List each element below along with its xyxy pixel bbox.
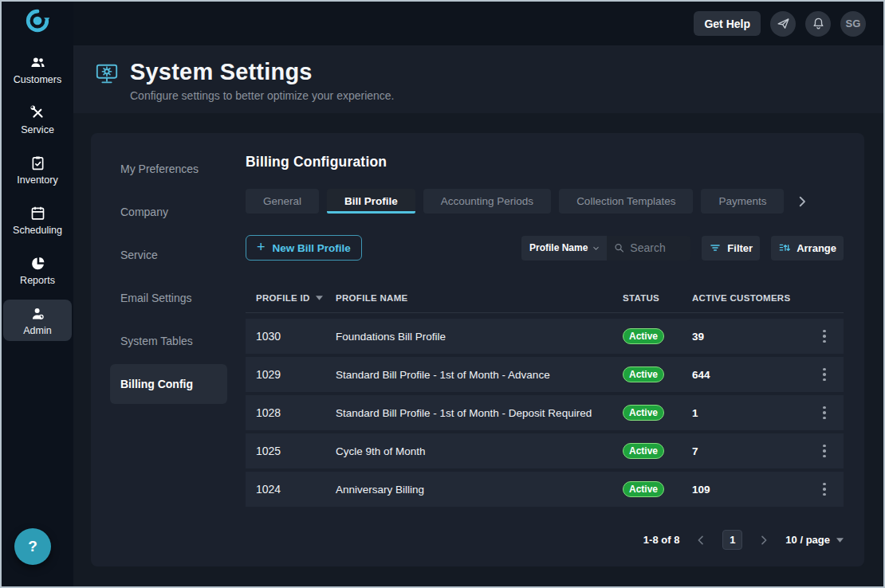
settings-nav-item[interactable]: My Preferences [110, 149, 227, 189]
sidebar-item[interactable]: Reports [3, 249, 72, 291]
status-badge: Active [623, 367, 664, 382]
row-menu-button[interactable] [815, 327, 834, 346]
sidebar-item[interactable]: Admin [3, 300, 72, 341]
settings-nav-item[interactable]: Company [110, 192, 227, 232]
search-by-select[interactable]: Profile Name [521, 236, 607, 261]
row-menu-button[interactable] [815, 365, 834, 384]
cell-profile-id: 1025 [256, 445, 336, 457]
cell-actions [805, 480, 844, 499]
cell-active-customers: 39 [692, 331, 805, 343]
arrange-button[interactable]: Arrange [771, 236, 844, 261]
sidebar-item-label: Reports [20, 275, 55, 286]
sidebar-item[interactable]: Scheduling [3, 199, 72, 241]
settings-nav-item[interactable]: System Tables [110, 321, 227, 361]
status-badge: Active [623, 443, 664, 459]
plus-icon: + [257, 240, 266, 254]
sidebar-item-icon [30, 155, 46, 171]
sidebar-item-icon [30, 305, 46, 322]
new-bill-profile-button[interactable]: + New Bill Profile [246, 235, 362, 261]
cell-profile-name: Standard Bill Profile - 1st of Month - A… [336, 369, 623, 381]
sidebar-item-label: Scheduling [13, 225, 62, 236]
avatar[interactable]: SG [840, 11, 866, 37]
search-input[interactable] [630, 241, 684, 254]
table-row[interactable]: 1028 Standard Bill Profile - 1st of Mont… [246, 395, 844, 430]
cell-status: Active [623, 481, 692, 497]
settings-nav: My Preferences Company Service Email Set… [91, 133, 246, 566]
sidebar-item-label: Admin [23, 325, 51, 336]
filter-button[interactable]: Filter [702, 236, 760, 261]
tab[interactable]: Bill Profile [327, 189, 415, 214]
table-row[interactable]: 1030 Foundations Bill Profile Active 39 [246, 319, 844, 354]
table-row[interactable]: 1024 Anniversary Billing Active 109 [246, 472, 844, 507]
column-status: STATUS [623, 293, 692, 303]
app-window: Customers Service Inventory Scheduling [2, 2, 883, 586]
bell-icon [811, 16, 826, 31]
column-profile-id[interactable]: PROFILE ID [256, 293, 336, 303]
content-area: My Preferences Company Service Email Set… [73, 113, 883, 586]
status-badge: Active [623, 481, 664, 497]
cell-profile-id: 1030 [256, 330, 336, 343]
chevron-left-icon [694, 534, 707, 547]
cell-active-customers: 7 [692, 445, 805, 457]
row-menu-button[interactable] [815, 441, 834, 461]
settings-panel: My Preferences Company Service Email Set… [91, 133, 864, 566]
cell-profile-id: 1028 [256, 406, 336, 419]
page-title: System Settings [130, 60, 395, 85]
row-menu-button[interactable] [815, 403, 834, 422]
send-button[interactable] [770, 11, 796, 37]
next-page-button[interactable] [757, 534, 770, 547]
settings-nav-item[interactable]: Service [110, 235, 227, 275]
tab[interactable]: General [246, 189, 319, 214]
cell-profile-name: Standard Bill Profile - 1st of Month - D… [336, 407, 623, 419]
sidebar-item-label: Service [21, 124, 54, 135]
cell-profile-id: 1024 [256, 483, 336, 496]
notifications-button[interactable] [805, 11, 831, 37]
tabs-scroll-right-button[interactable] [795, 194, 809, 209]
topbar: Get Help SG [73, 2, 883, 45]
status-badge: Active [623, 405, 664, 421]
tab[interactable]: Accounting Periods [423, 189, 551, 214]
table-row[interactable]: 1029 Standard Bill Profile - 1st of Mont… [246, 357, 844, 392]
table-header: PROFILE ID PROFILE NAME STATUS ACTIVE CU… [246, 283, 844, 313]
page-header: System Settings Configure settings to be… [73, 45, 883, 113]
settings-nav-item[interactable]: Email Settings [110, 278, 227, 318]
cell-active-customers: 109 [692, 484, 805, 496]
sidebar-item-icon [30, 54, 46, 71]
current-page-button[interactable]: 1 [722, 530, 742, 550]
caret-down-icon [836, 538, 844, 543]
per-page-select[interactable]: 10 / page [785, 534, 844, 546]
settings-nav-item[interactable]: Billing Config [110, 364, 227, 404]
cell-actions [805, 403, 844, 422]
table-row[interactable]: 1025 Cycle 9th of Month Active 7 [246, 433, 844, 468]
get-help-button[interactable]: Get Help [694, 11, 761, 36]
sidebar-item-icon [30, 255, 46, 272]
pagination-range: 1-8 of 8 [643, 534, 680, 546]
arrange-icon [778, 241, 791, 254]
prev-page-button[interactable] [694, 534, 707, 547]
status-badge: Active [623, 328, 664, 344]
toolbar: + New Bill Profile Profile Name [246, 235, 844, 261]
row-menu-button[interactable] [815, 480, 834, 499]
cell-actions [805, 441, 844, 461]
billing-configuration-section: Billing Configuration General Bill Profi… [246, 133, 864, 566]
tab[interactable]: Collection Templates [559, 189, 693, 214]
cell-actions [805, 365, 844, 384]
sidebar-item[interactable]: Service [3, 99, 72, 140]
column-active-customers: ACTIVE CUSTOMERS [692, 293, 805, 303]
chevron-down-icon [592, 244, 600, 253]
cell-active-customers: 1 [692, 407, 805, 419]
filter-icon [709, 241, 722, 254]
help-fab-button[interactable]: ? [14, 528, 51, 565]
cell-profile-id: 1029 [256, 368, 336, 381]
tab[interactable]: Payments [701, 189, 784, 214]
cell-active-customers: 644 [692, 369, 805, 381]
section-title: Billing Configuration [246, 154, 844, 171]
system-settings-icon [95, 62, 119, 86]
sidebar-item[interactable]: Inventory [3, 149, 72, 190]
bill-profile-table: 1030 Foundations Bill Profile Active 39 [246, 319, 844, 507]
main-area: Get Help SG System Settings Configure se… [73, 2, 883, 586]
app-logo-icon[interactable] [26, 9, 49, 33]
column-profile-name: PROFILE NAME [336, 293, 623, 303]
sidebar-item[interactable]: Customers [3, 49, 72, 90]
cell-profile-name: Anniversary Billing [336, 484, 623, 496]
